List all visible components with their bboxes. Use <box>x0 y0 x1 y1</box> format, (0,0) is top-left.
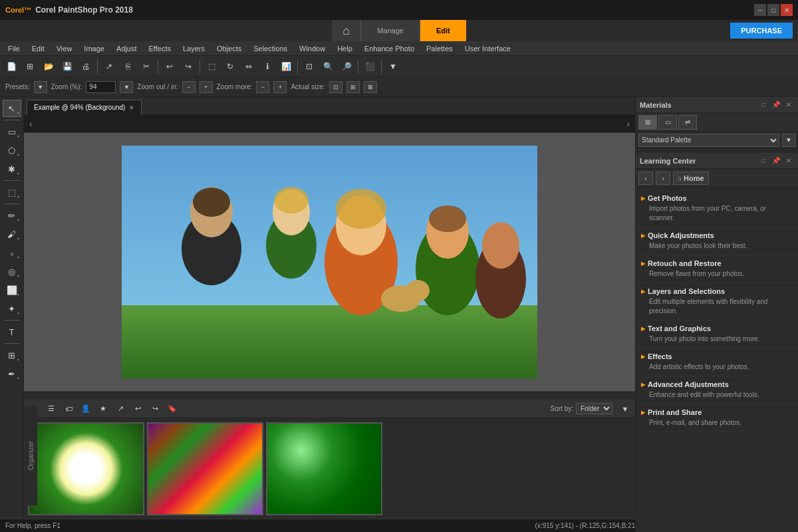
crop-tool[interactable]: ⬚▾ <box>3 184 21 201</box>
palette-select[interactable]: Standard Palette <box>638 134 779 147</box>
menu-help[interactable]: Help <box>332 43 358 54</box>
learning-home-button[interactable]: ⌂ Home <box>673 172 709 185</box>
org-thumb-3[interactable] <box>266 422 382 515</box>
zoom-pan-tool[interactable]: ⊞▾ <box>3 346 21 364</box>
learning-section-text-and-graphics[interactable]: Text and GraphicsTurn your photo into so… <box>636 321 798 348</box>
menu-layers[interactable]: Layers <box>178 43 210 54</box>
org-tag2[interactable]: 🔖 <box>165 402 180 416</box>
zoom-fit-button[interactable]: ⊡ <box>301 58 318 75</box>
canvas-hscroll[interactable] <box>24 391 635 399</box>
menu-effects[interactable]: Effects <box>144 43 176 54</box>
close-button[interactable]: ✕ <box>781 4 793 16</box>
home-button[interactable]: ⌂ <box>332 20 360 41</box>
open-button[interactable]: 📂 <box>40 58 57 75</box>
histogram-button[interactable]: 📊 <box>277 58 295 75</box>
org-people[interactable]: 👤 <box>78 402 93 416</box>
heal-tool[interactable]: ✦▾ <box>3 300 21 317</box>
share-button[interactable]: ↗ <box>100 58 118 75</box>
cut-button[interactable]: ✂ <box>138 58 155 75</box>
canvas-prev-button[interactable]: ‹ <box>24 114 38 133</box>
edit-mode-button[interactable]: Edit <box>420 20 466 41</box>
shape-tool[interactable]: ⬦▾ <box>3 244 21 261</box>
minimize-button[interactable]: ─ <box>754 4 766 16</box>
learning-section-retouch-and-restore[interactable]: Retouch and RestoreRemove flaws from you… <box>636 255 798 283</box>
eraser-tool[interactable]: ⬜▾ <box>3 281 21 299</box>
mat-tab-gradients[interactable]: ⇌ <box>678 115 697 130</box>
brush-tool[interactable]: 🖌▾ <box>3 225 21 243</box>
menu-user-interface[interactable]: User Interface <box>460 43 516 54</box>
copy-button[interactable]: ⎘ <box>119 58 136 75</box>
menu-edit[interactable]: Edit <box>27 43 50 54</box>
zoom-out-small-button[interactable]: − <box>182 81 196 93</box>
zoom-out-button[interactable]: 🔎 <box>338 58 355 75</box>
menu-window[interactable]: Window <box>294 43 331 54</box>
menu-palettes[interactable]: Palettes <box>421 43 458 54</box>
zoom-full-button[interactable]: ⊠ <box>364 81 377 93</box>
menu-selections[interactable]: Selections <box>248 43 293 54</box>
zoom-dropdown-button[interactable]: ▼ <box>120 81 133 93</box>
actual-size-button[interactable]: ⊡ <box>329 81 342 93</box>
learning-minimize[interactable]: □ <box>758 156 769 166</box>
mat-tab-colors[interactable]: ⊞ <box>638 115 657 130</box>
grid-button[interactable]: ⊞ <box>21 58 39 75</box>
mat-tab-swatches[interactable]: ▭ <box>658 115 677 130</box>
freehand-tool[interactable]: ⬠▾ <box>3 142 21 159</box>
clone-tool[interactable]: ◎▾ <box>3 263 21 280</box>
learning-back-button[interactable]: ‹ <box>638 172 653 185</box>
info-button[interactable]: ℹ <box>259 58 276 75</box>
manage-mode-button[interactable]: Manage <box>360 20 420 41</box>
materials-pin[interactable]: 📌 <box>771 100 781 110</box>
print-button[interactable]: 🖨 <box>77 58 94 75</box>
menu-enhance-photo[interactable]: Enhance Photo <box>359 43 420 54</box>
maximize-button[interactable]: □ <box>767 4 779 16</box>
org-thumb-1[interactable] <box>28 422 144 515</box>
learning-pin[interactable]: 📌 <box>771 156 781 166</box>
learning-section-advanced-adjustments[interactable]: Advanced AdjustmentsEnhance and edit wit… <box>636 376 798 404</box>
zoom-more-in-button[interactable]: + <box>273 81 287 93</box>
zoom-in-small-button[interactable]: + <box>200 81 213 93</box>
learning-section-get-photos[interactable]: Get PhotosImport photos from your PC, ca… <box>636 190 798 227</box>
org-view-list[interactable]: ☰ <box>44 402 59 416</box>
learning-close[interactable]: ✕ <box>783 156 794 166</box>
organizer-side-tab[interactable]: Organizer <box>24 406 37 505</box>
select-tool[interactable]: ↖▾ <box>3 100 21 117</box>
menu-view[interactable]: View <box>51 43 78 54</box>
save-button[interactable]: 💾 <box>59 58 76 75</box>
new-button[interactable]: 📄 <box>3 58 20 75</box>
zoom-input[interactable] <box>86 81 116 93</box>
menu-file[interactable]: File <box>3 43 25 54</box>
sort-select[interactable]: Folder Date Name <box>576 403 612 414</box>
text-tool[interactable]: T <box>3 323 21 340</box>
more-button[interactable]: ▼ <box>384 58 402 75</box>
palette-menu-button[interactable]: ▼ <box>782 134 795 147</box>
undo-button[interactable]: ↩ <box>161 58 178 75</box>
learning-section-print-and-share[interactable]: Print and SharePrint, e-mail, and share … <box>636 404 798 432</box>
redo-button[interactable]: ↪ <box>180 58 197 75</box>
color-pick-tool[interactable]: ✒▾ <box>3 365 21 382</box>
paint-tool[interactable]: ✏▾ <box>3 207 21 224</box>
magic-wand-tool[interactable]: ✱▾ <box>3 160 21 178</box>
learning-section-effects[interactable]: EffectsAdd artistic effects to your phot… <box>636 348 798 376</box>
fit-button[interactable]: ⊞ <box>346 81 360 93</box>
preset-select-button[interactable]: ▼ <box>34 81 47 93</box>
canvas-tab-example[interactable]: Example @ 94% (Background) ✕ <box>27 100 142 114</box>
org-expand-button[interactable]: ▼ <box>618 402 632 416</box>
org-share[interactable]: ↗ <box>113 402 128 416</box>
canvas-next-button[interactable]: › <box>621 114 635 133</box>
org-star[interactable]: ★ <box>96 402 110 416</box>
rotate-button[interactable]: ↻ <box>221 58 239 75</box>
zoom-in-button[interactable]: 🔍 <box>319 58 336 75</box>
learning-section-quick-adjustments[interactable]: Quick AdjustmentsMake your photos look t… <box>636 227 798 255</box>
materials-close[interactable]: ✕ <box>783 100 794 110</box>
org-redo[interactable]: ↪ <box>148 402 162 416</box>
org-tags[interactable]: 🏷 <box>61 402 76 416</box>
learning-forward-button[interactable]: › <box>656 172 670 185</box>
menu-image[interactable]: Image <box>78 43 110 54</box>
crop-button[interactable]: ⬚ <box>203 58 220 75</box>
purchase-button[interactable]: PURCHASE <box>730 23 793 39</box>
mirror-button[interactable]: ⇔ <box>240 58 257 75</box>
materials-minimize[interactable]: □ <box>758 100 769 110</box>
menu-objects[interactable]: Objects <box>211 43 247 54</box>
org-thumb-2[interactable] <box>147 422 263 515</box>
menu-adjust[interactable]: Adjust <box>111 43 142 54</box>
